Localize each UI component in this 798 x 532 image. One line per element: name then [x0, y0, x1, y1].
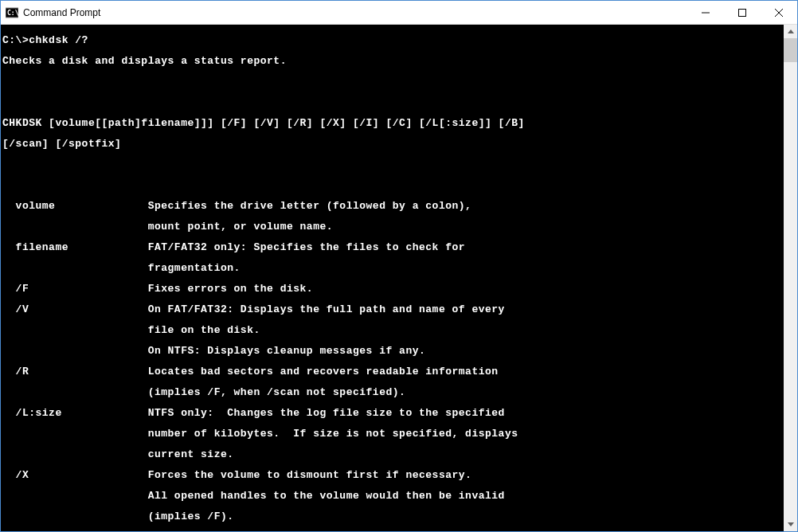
console-line	[2, 76, 784, 87]
console-line: (implies /F, when /scan not specified).	[2, 387, 784, 397]
svg-text:C:\: C:\	[7, 10, 18, 17]
command-prompt-window: C:\ Command Prompt C:\>chkdsk /? Checks …	[0, 0, 798, 532]
console-line: /V On FAT/FAT32: Displays the full path …	[2, 304, 784, 315]
console-line: filename FAT/FAT32 only: Specifies the f…	[2, 242, 784, 252]
minimize-button[interactable]	[687, 1, 724, 25]
svg-marker-6	[788, 29, 794, 33]
console-line: [/scan] [/spotfix]	[2, 139, 784, 149]
console-line: C:\>chkdsk /?	[2, 35, 784, 45]
window-title: Command Prompt	[23, 7, 100, 18]
client-area: C:\>chkdsk /? Checks a disk and displays…	[1, 25, 797, 531]
console-line: number of kilobytes. If size is not spec…	[2, 428, 784, 439]
maximize-button[interactable]	[724, 1, 761, 25]
console-line	[2, 159, 784, 170]
console-line: On NTFS: Displays cleanup messages if an…	[2, 346, 784, 356]
console-line	[2, 97, 784, 108]
scroll-down-button[interactable]	[784, 518, 797, 531]
console-line: Checks a disk and displays a status repo…	[2, 56, 784, 66]
console-output[interactable]: C:\>chkdsk /? Checks a disk and displays…	[1, 25, 784, 531]
close-button[interactable]	[761, 1, 797, 25]
console-line: /L:size NTFS only: Changes the log file …	[2, 408, 784, 418]
console-line: fragmentation.	[2, 263, 784, 273]
titlebar[interactable]: C:\ Command Prompt	[1, 1, 797, 25]
console-line: mount point, or volume name.	[2, 221, 784, 232]
scrollbar-thumb[interactable]	[784, 38, 797, 62]
console-line: All opened handles to the volume would t…	[2, 491, 784, 501]
vertical-scrollbar[interactable]	[784, 25, 797, 531]
console-line: file on the disk.	[2, 325, 784, 335]
console-line: (implies /F).	[2, 511, 784, 522]
console-line: volume Specifies the drive letter (follo…	[2, 201, 784, 211]
console-line: /X Forces the volume to dismount first i…	[2, 470, 784, 480]
cmd-icon: C:\	[6, 6, 18, 19]
svg-marker-7	[788, 522, 794, 526]
scroll-up-button[interactable]	[784, 25, 797, 38]
console-line	[2, 180, 784, 190]
console-line: /F Fixes errors on the disk.	[2, 284, 784, 294]
svg-rect-3	[739, 9, 746, 16]
scrollbar-track[interactable]	[784, 38, 797, 518]
console-line: current size.	[2, 449, 784, 460]
console-line: CHKDSK [volume[[path]filename]]] [/F] [/…	[2, 118, 784, 128]
console-line: /R Locates bad sectors and recovers read…	[2, 366, 784, 377]
